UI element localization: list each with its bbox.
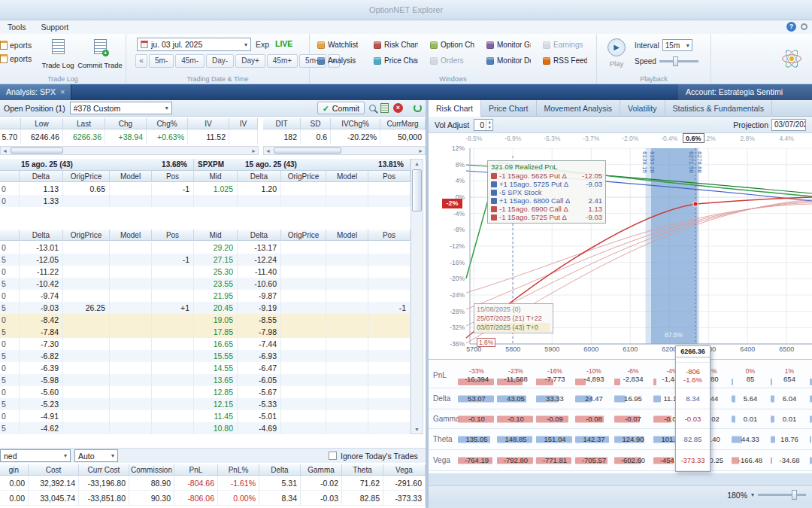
window-button-rss-feed[interactable]: RSS Feed xyxy=(538,53,592,68)
commit-trade-button[interactable]: + Commit Trade xyxy=(78,37,122,71)
scrollbar-thumb[interactable] xyxy=(274,148,341,154)
strategy-select[interactable]: #378 Custom ▾ xyxy=(70,102,172,114)
exp-label: Exp xyxy=(256,40,269,49)
option-row[interactable]: 0-4.9111.45-5.01 xyxy=(0,410,411,422)
stepper-arrows[interactable]: ▲▼ xyxy=(486,120,492,130)
scrollbar-track[interactable] xyxy=(411,168,423,425)
quote-hscrollbar[interactable]: ◄ ► xyxy=(0,146,259,155)
option-row[interactable]: 5-7.8417.85-7.98 xyxy=(0,326,411,338)
ignore-trades-checkbox[interactable] xyxy=(329,452,337,460)
speed-slider-thumb[interactable] xyxy=(673,56,678,66)
pnl-axis-label: -28% xyxy=(436,308,465,315)
reports-button-2[interactable]: eports xyxy=(0,52,35,65)
column-header xyxy=(0,118,21,129)
window-button-analysis[interactable]: Analysis xyxy=(313,53,366,68)
interval-select[interactable]: 15m▾ xyxy=(662,39,692,51)
option-row[interactable]: 0-9.7421.95-9.87 xyxy=(0,290,411,302)
tab-risk-chart[interactable]: Risk Chart xyxy=(429,100,481,117)
quote-hscrollbar-2[interactable]: ◄ ► xyxy=(263,146,426,155)
group-mode-select[interactable]: ned ▾ xyxy=(0,449,71,462)
scrollbar-thumb[interactable] xyxy=(11,148,63,154)
menu-item-support[interactable]: Support xyxy=(34,23,77,32)
date-picker-field[interactable]: ju. 03 jul. 2025 ▾ xyxy=(137,38,251,51)
tab-price-chart[interactable]: Price Chart xyxy=(481,100,537,117)
trade-book-icon[interactable] xyxy=(380,103,389,113)
option-row[interactable]: 5-9.0326.25+120.45-9.19-1 xyxy=(0,302,411,314)
zoom-icon[interactable] xyxy=(369,105,376,111)
menu-item-tools[interactable]: Tools xyxy=(0,23,34,32)
option-row[interactable]: 0-6.3914.55-6.47 xyxy=(0,362,411,374)
trade-log-button[interactable]: Trade Log xyxy=(36,37,80,71)
option-row[interactable]: 0-5.6012.85-5.67 xyxy=(0,386,411,398)
reports-button-1[interactable]: eports xyxy=(0,38,35,52)
step-button-day-[interactable]: Day+ xyxy=(235,54,265,68)
chain-vscrollbar[interactable]: ▲ ▼ xyxy=(411,159,423,434)
option-cell xyxy=(63,266,110,278)
option-cell xyxy=(281,290,326,302)
scroll-left-icon[interactable]: ◄ xyxy=(264,148,272,154)
ribbon-group-label: Trading Date & Time xyxy=(126,75,309,83)
option-row[interactable]: 0-13.0129.20-13.17 xyxy=(0,242,411,254)
option-cell xyxy=(110,362,152,374)
scrollbar-track[interactable] xyxy=(272,147,417,154)
scroll-right-icon[interactable]: ► xyxy=(417,148,425,154)
step-up-icon[interactable]: ▲ xyxy=(486,120,492,125)
scroll-right-icon[interactable]: ► xyxy=(250,148,258,154)
close-icon[interactable]: × xyxy=(60,84,65,100)
zoom-slider[interactable] xyxy=(758,494,806,496)
scrollbar-thumb[interactable] xyxy=(412,169,422,211)
auto-select[interactable]: Auto ▾ xyxy=(74,449,118,462)
option-cell xyxy=(368,398,411,410)
scroll-down-icon[interactable]: ▼ xyxy=(414,425,420,433)
option-row[interactable]: 5-5.9813.65-6.05 xyxy=(0,374,411,386)
tab-movement-analysis[interactable]: Movement Analysis xyxy=(537,100,620,117)
step-button-45m-[interactable]: 45m+ xyxy=(267,54,298,68)
step-button-45m-[interactable]: 45m- xyxy=(175,54,205,68)
option-row[interactable]: 5-5.2312.15-5.33 xyxy=(0,398,411,410)
window-button-watchlist[interactable]: Watchlist xyxy=(313,38,366,52)
chain-column-headers: DeltaOrigPriceModelPosMidDeltaOrigPriceM… xyxy=(0,171,411,183)
grid-cell: -0.08 xyxy=(574,409,614,428)
card-vega: -373.33 xyxy=(676,450,710,471)
window-button-price-chart[interactable]: Price Chart xyxy=(369,53,423,68)
pnl-axis-label: -24% xyxy=(436,291,465,299)
projection-date-field[interactable]: 03/07/2025 xyxy=(771,119,806,131)
window-button-monitor-grid[interactable]: Monitor Grid xyxy=(482,38,535,52)
window-button-label: Risk Chart xyxy=(384,41,418,49)
option-row[interactable]: 5-12.05-127.15-12.24 xyxy=(0,254,411,266)
option-row[interactable]: 5-10.4223.55-10.60 xyxy=(0,278,411,290)
scroll-left-icon[interactable]: ◄ xyxy=(1,148,9,154)
option-row[interactable]: 5-6.8215.55-6.93 xyxy=(0,350,411,362)
pin-icon[interactable] xyxy=(801,23,807,30)
option-row[interactable]: 0-7.3016.65-7.44 xyxy=(0,338,411,350)
option-row[interactable]: 0-8.4219.05-8.55 xyxy=(0,314,411,326)
zoom-slider-thumb[interactable] xyxy=(792,490,797,500)
tab-analysis-spx[interactable]: Analysis: SPX × xyxy=(0,84,71,100)
scrollbar-track[interactable] xyxy=(9,147,250,154)
step-down-icon[interactable]: ▼ xyxy=(486,125,492,130)
step-button-day-[interactable]: Day- xyxy=(206,54,234,68)
window-button-monitor-dock[interactable]: Monitor Dock xyxy=(482,53,535,68)
step-button-5m-[interactable]: 5m- xyxy=(149,54,174,68)
scroll-up-icon[interactable]: ▲ xyxy=(414,160,420,168)
close-position-icon[interactable]: × xyxy=(393,103,403,113)
column-header: Pos xyxy=(368,230,411,241)
tab-statistics-fundamentals[interactable]: Statistics & Fundamentals xyxy=(665,100,772,117)
option-row[interactable]: 01.33 xyxy=(0,195,411,207)
chevrons-left-icon[interactable]: « xyxy=(135,54,147,68)
refresh-icon[interactable] xyxy=(414,104,422,112)
play-button[interactable]: ▶ Play xyxy=(603,38,630,68)
positions-panel: Open Position (1) #378 Custom ▾ ✓ Commit… xyxy=(0,100,426,508)
window-button-risk-chart[interactable]: Risk Chart xyxy=(369,38,423,52)
window-button-option-chain[interactable]: Option Chain xyxy=(426,38,479,52)
vol-adjust-stepper[interactable]: 0 ▲▼ xyxy=(474,119,493,131)
playback-controls: Interval 15m▾ Speed xyxy=(635,38,707,70)
commit-button[interactable]: ✓ Commit xyxy=(317,102,365,114)
help-icon[interactable]: ? xyxy=(786,22,796,32)
option-row[interactable]: 01.130.65-11.0251.20 xyxy=(0,183,411,195)
option-cell xyxy=(368,410,411,422)
option-row[interactable]: 5-4.6210.80-4.69 xyxy=(0,422,411,434)
tab-volatility[interactable]: Volatility xyxy=(620,100,665,117)
option-row[interactable]: 0-11.2225.30-11.40 xyxy=(0,266,411,278)
speed-slider[interactable] xyxy=(659,60,698,62)
